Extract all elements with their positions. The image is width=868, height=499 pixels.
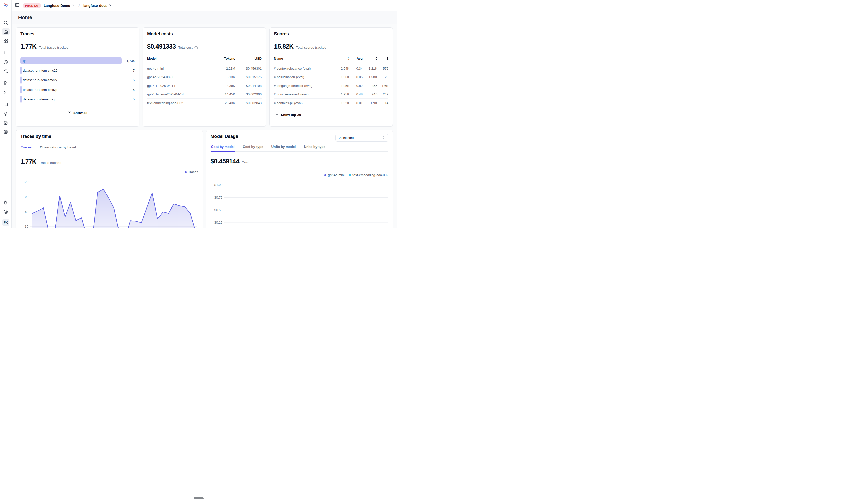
sidebar-item-users[interactable] — [2, 66, 10, 76]
panel-left-icon — [15, 2, 20, 8]
app-root: FK PROD-EU Langfuse Demo / langfuse-docs… — [0, 0, 397, 228]
traces-by-time-tabs: TracesObservations by Level — [20, 145, 198, 152]
traces-tracked-label: Traces tracked — [39, 161, 61, 165]
model-tokens: 28.43K — [213, 101, 235, 105]
chevron-down-icon — [68, 110, 71, 115]
sidebar-item-tracing[interactable] — [2, 48, 10, 58]
topbar: PROD-EU Langfuse Demo / langfuse-docs — [12, 0, 397, 11]
trace-name-row[interactable]: dataset-run-item-cmcjf5 — [20, 96, 135, 103]
org-label: Langfuse Demo — [44, 3, 70, 8]
trace-count: 1,736 — [121, 59, 135, 63]
trace-name-row[interactable]: qa1,736 — [20, 57, 135, 64]
score-zero: 240 — [362, 92, 377, 96]
traces-card-title: Traces — [20, 32, 135, 37]
model-usage-card: Model Usage 2 selected Cost by modelCost… — [206, 130, 393, 228]
tab-observations-by-level[interactable]: Observations by Level — [39, 145, 77, 152]
model-select-dropdown[interactable]: 2 selected — [335, 134, 389, 142]
sidebar-item-annotation[interactable] — [2, 118, 10, 127]
content: Traces 1.77K Total traces tracked qa1,73… — [12, 24, 397, 228]
database-icon — [3, 130, 8, 134]
traces-by-time-chart: 120906030 — [20, 175, 198, 228]
svg-text:$0.75: $0.75 — [214, 196, 222, 199]
sidebar-item-llm-as-a-judge[interactable] — [2, 109, 10, 118]
tab-units-by-model[interactable]: Units by model — [271, 145, 297, 151]
avatar[interactable]: FK — [2, 219, 9, 226]
tab-cost-by-model[interactable]: Cost by model — [211, 145, 235, 151]
trace-name-row[interactable]: dataset-run-item-cmc297 — [20, 67, 135, 74]
tab-traces[interactable]: Traces — [20, 145, 32, 152]
show-all-label: Show all — [73, 111, 87, 114]
env-badge: PROD-EU — [23, 3, 41, 8]
sidebar-item-datasets[interactable] — [2, 127, 10, 136]
info-icon — [194, 46, 198, 50]
sidebar-toggle-button[interactable] — [15, 2, 20, 8]
model-usd: $0.015175 — [235, 75, 262, 79]
trace-count-bar — [20, 96, 22, 103]
model-usd: $0.014108 — [235, 84, 262, 87]
show-all-button[interactable]: Show all — [20, 110, 135, 115]
svg-text:$1.00: $1.00 — [214, 183, 222, 187]
sidebar-item-prompts[interactable] — [2, 79, 10, 88]
legend-label: text-embedding-ada-002 — [353, 173, 389, 177]
traces-card: Traces 1.77K Total traces tracked qa1,73… — [16, 27, 139, 126]
langfuse-logo[interactable] — [3, 3, 8, 8]
project-selector[interactable]: langfuse-docs — [83, 3, 112, 8]
model-tokens: 14.45K — [213, 92, 235, 96]
legend-item: text-embedding-ada-002 — [349, 173, 389, 177]
sidebar-item-sessions[interactable] — [2, 58, 10, 66]
sidebar-item-evaluation[interactable] — [2, 100, 10, 109]
legend-item: Traces — [185, 170, 198, 174]
tab-units-by-type[interactable]: Units by type — [304, 145, 326, 151]
score-name: # contains-pii (eval) — [274, 101, 335, 105]
trace-name: qa — [23, 59, 26, 63]
chevron-down-icon — [275, 112, 279, 117]
trace-name: dataset-run-item-cmc29 — [23, 69, 58, 72]
trace-name-row[interactable]: dataset-run-item-cmcvp5 — [20, 86, 135, 93]
score-avg: 0.01 — [349, 101, 362, 105]
model-usage-cost-value: $0.459144 — [211, 158, 239, 165]
model-name: gpt-4o-mini — [147, 66, 213, 70]
org-selector[interactable]: Langfuse Demo — [44, 3, 75, 8]
score-avg: 0.82 — [349, 84, 362, 87]
lifebuoy-icon — [3, 209, 8, 214]
panel-left-icon — [15, 2, 20, 7]
clock-icon — [3, 60, 8, 64]
model-usage-tabs: Cost by modelCost by typeUnits by modelU… — [211, 145, 389, 151]
scores-table: Name#Avg01# contextrelevance (eval)2.04K… — [274, 57, 389, 107]
trace-count-bar — [20, 86, 22, 93]
trace-count: 5 — [121, 78, 135, 82]
legend-label: Traces — [188, 170, 198, 174]
info-icon[interactable] — [194, 45, 198, 50]
model-select-value: 2 selected — [339, 136, 354, 140]
trace-count: 7 — [121, 69, 135, 72]
grid-icon — [3, 38, 8, 43]
terminal-icon — [3, 90, 8, 95]
chevron-down-sm-icon — [275, 112, 279, 116]
score-row: # hallucination (eval)1.96K0.051.58K25 — [274, 73, 389, 82]
sidebar-item-settings[interactable] — [2, 198, 10, 207]
lightbulb-icon — [3, 111, 8, 116]
show-top-20-button[interactable]: Show top 20 — [275, 112, 389, 117]
model-costs-card-title: Model costs — [147, 32, 262, 37]
chevron-down-icon — [109, 3, 112, 8]
score-zero: 1.9K — [362, 101, 377, 105]
home-icon — [3, 29, 8, 34]
model-cost-row: text-embedding-ada-00228.43K$0.002843 — [147, 99, 262, 107]
chevrons-up-down-icon — [382, 136, 385, 139]
sidebar-item-playground[interactable] — [2, 88, 10, 97]
scores-card: Scores 15.82K Total scores tracked Name#… — [270, 27, 393, 126]
tab-cost-by-type[interactable]: Cost by type — [242, 145, 264, 151]
sidebar-item-support[interactable] — [2, 207, 10, 216]
sidebar-item-home[interactable] — [2, 27, 10, 36]
score-count: 1.92K — [335, 101, 349, 105]
model-usage-cost-label: Cost — [241, 160, 249, 164]
scores-total: 15.82K — [274, 43, 294, 50]
sidebar-item-dashboards[interactable] — [2, 36, 10, 45]
score-zero: 355 — [362, 84, 377, 87]
score-zero: 1.21K — [362, 66, 377, 70]
score-name: # conciseness-v1 (eval) — [274, 92, 335, 96]
trace-name-row[interactable]: dataset-run-item-cmcky5 — [20, 76, 135, 84]
sidebar-nav — [2, 18, 10, 136]
trace-name: dataset-run-item-cmcjf — [23, 97, 56, 101]
sidebar-item-search[interactable] — [2, 18, 10, 27]
